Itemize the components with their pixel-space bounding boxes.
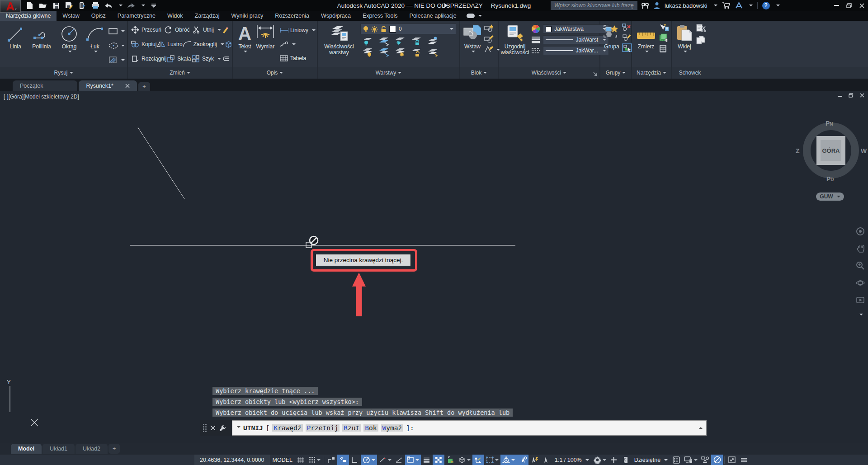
open-from-web-mobile-button[interactable] (78, 1, 87, 9)
ribbon-tab-wspolpraca[interactable]: Współpraca (315, 11, 357, 21)
minimize-window-button[interactable] (830, 0, 843, 11)
polar-tracking-toggle[interactable] (361, 455, 377, 465)
command-option-rzut[interactable]: Rzut (342, 424, 361, 432)
text-button[interactable]: A Tekst (238, 23, 251, 67)
collapse-command-icon[interactable] (699, 425, 703, 429)
search-input[interactable]: Wpisz słowo kluczowe lub frazę (551, 1, 637, 10)
workspace-switching-button[interactable] (592, 455, 608, 465)
fillet-button[interactable]: Zaokrąglij (183, 38, 224, 50)
measure-dropdown-icon[interactable] (645, 51, 649, 54)
leader-button[interactable] (279, 38, 316, 50)
close-command-icon[interactable] (210, 425, 216, 431)
close-window-button[interactable] (855, 0, 868, 11)
grid-toggle[interactable] (295, 455, 307, 465)
new-drawing-button[interactable] (25, 1, 34, 9)
copy-button[interactable]: Kopiuj (131, 38, 156, 50)
qat-customize-button[interactable] (149, 1, 158, 9)
layer-freeze-sun-icon[interactable] (371, 26, 378, 33)
group-selectable-icon[interactable] (622, 43, 632, 52)
define-attributes-icon[interactable] (484, 46, 494, 54)
layer-lock-icon[interactable] (381, 26, 387, 33)
annotation-monitor-button[interactable] (608, 455, 620, 465)
quick-select-icon[interactable] (659, 23, 669, 31)
annotation-autoscale-toggle[interactable] (528, 455, 540, 465)
user-icon[interactable] (654, 2, 660, 9)
save-as-button[interactable] (65, 1, 74, 9)
infer-constraints-toggle[interactable] (326, 455, 337, 465)
layer-thaw-tool-icon[interactable] (395, 48, 406, 57)
layout-tab-model[interactable]: Model (11, 444, 42, 454)
select-similar-icon[interactable] (659, 33, 669, 42)
user-dropdown-icon[interactable] (714, 5, 717, 8)
layer-unlock-tool-icon[interactable] (411, 48, 422, 57)
layer-unisolate-tool-icon[interactable] (378, 48, 389, 57)
redo-dropdown-icon[interactable] (142, 5, 145, 8)
selection-cycling-toggle[interactable] (444, 455, 456, 465)
plot-button[interactable] (91, 1, 100, 9)
restore-window-button[interactable] (843, 0, 855, 11)
customization-button[interactable] (738, 455, 750, 465)
overkill-button[interactable] (221, 53, 230, 64)
circle-button[interactable]: Okrąg (57, 23, 81, 67)
panel-label-warstwy[interactable]: Warstwy (318, 67, 460, 79)
viewcube-ucs-button[interactable]: GUW (816, 193, 844, 201)
copy-clip-icon[interactable] (696, 36, 705, 44)
layer-color-swatch[interactable] (389, 26, 396, 33)
ortho-toggle[interactable] (349, 455, 361, 465)
rotate-button[interactable]: Obróć (164, 24, 192, 35)
ribbon-tab-polecane-aplikacje[interactable]: Polecane aplikacje (404, 11, 462, 21)
panel-label-blok[interactable]: Blok (460, 67, 499, 79)
units-icon[interactable] (620, 455, 632, 465)
units-value[interactable]: Dziesiętne (632, 457, 670, 463)
app-store-icon[interactable] (735, 2, 743, 9)
ribbon-tab-zarzadzaj[interactable]: Zarządzaj (189, 11, 226, 21)
file-tab-poczatek[interactable]: Początek (13, 80, 77, 91)
arc-dropdown-icon[interactable] (94, 51, 98, 54)
help-icon[interactable]: ? (762, 2, 770, 9)
layer-lock-tool-icon[interactable] (411, 37, 422, 46)
annotation-scale-button[interactable] (540, 455, 552, 465)
line-button[interactable]: Linia (5, 23, 26, 67)
graphics-performance-button[interactable] (711, 455, 723, 465)
lineweight-select[interactable]: JakWarst (543, 35, 609, 44)
command-option-przetnij[interactable]: Przetnij (306, 424, 340, 432)
showmotion-icon[interactable] (856, 296, 865, 305)
quick-properties-toggle[interactable] (670, 455, 682, 465)
selection-filtering-toggle[interactable] (484, 455, 500, 465)
hatch-dropdown-icon[interactable] (121, 59, 125, 63)
linetype-icon[interactable] (531, 47, 540, 54)
panel-launcher-icon[interactable] (593, 72, 598, 76)
ribbon-tab-parametryczne[interactable]: Parametryczne (112, 11, 161, 21)
new-layout-button[interactable]: + (108, 444, 120, 454)
panel-label-grupy[interactable]: Grupy (600, 67, 632, 79)
layer-select[interactable]: 0 (360, 23, 456, 34)
coordinates-display[interactable]: 20.4636, 12.3444, 0.0000 (194, 455, 270, 465)
panel-label-rysuj[interactable]: Rysuj (0, 67, 128, 79)
arc-button[interactable]: Łuk (84, 23, 106, 67)
scale-button[interactable]: Skala (166, 53, 191, 64)
model-space-button[interactable]: MODEL (270, 457, 295, 463)
rectangle-dropdown-icon[interactable] (121, 30, 125, 34)
layout-tab-uklad1[interactable]: Układ1 (42, 444, 75, 454)
panel-label-wlasciwosci[interactable]: Właściwości (499, 67, 600, 79)
store-cart-icon[interactable] (722, 2, 731, 9)
array-button[interactable]: Szyk (191, 53, 221, 64)
close-tab-icon[interactable] (125, 84, 130, 88)
object-color-select[interactable]: JakWarstwa (543, 24, 609, 33)
transparency-toggle[interactable] (433, 455, 444, 465)
fillet-dropdown-icon[interactable] (221, 43, 224, 47)
navwheel-icon[interactable] (856, 227, 865, 236)
hatch-button[interactable] (108, 54, 125, 66)
ellipse-button[interactable] (108, 40, 125, 51)
new-drawing-tab-button[interactable]: + (138, 82, 150, 91)
attributes-dropdown-icon[interactable] (496, 49, 500, 52)
ribbon-tab-widok[interactable]: Widok (161, 11, 189, 21)
layer-change-tool-icon[interactable] (427, 48, 439, 57)
stretch-button[interactable]: Rozciągnij (131, 53, 166, 64)
layer-match-tool-icon[interactable] (427, 37, 439, 46)
file-tab-rysunek1[interactable]: Rysunek1* (79, 80, 137, 91)
paste-dropdown-icon[interactable] (684, 51, 687, 54)
annotation-visibility-toggle[interactable] (517, 455, 528, 465)
viewcube-south[interactable]: Pd (826, 175, 834, 183)
layer-off-tool-icon[interactable] (362, 37, 373, 46)
